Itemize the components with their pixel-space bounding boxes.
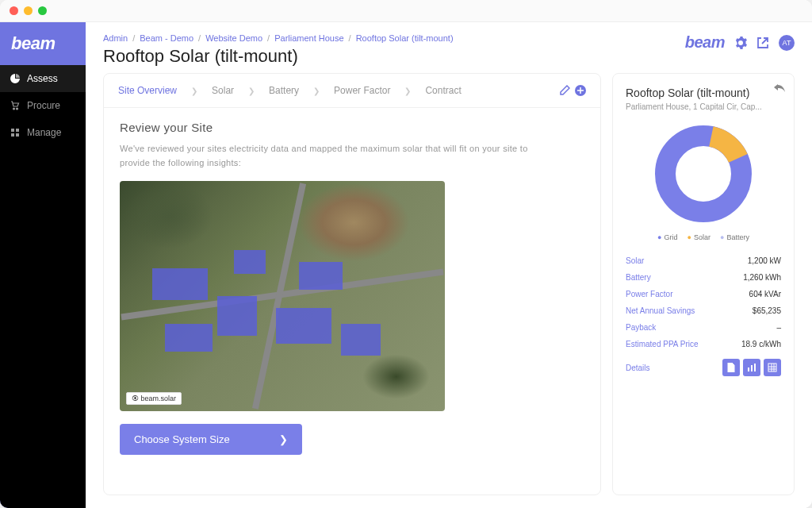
- svg-rect-9: [748, 368, 749, 371]
- stat-label: Payback: [626, 323, 656, 332]
- svg-point-1: [17, 108, 18, 110]
- section-description: We've reviewed your sites electricity da…: [120, 142, 548, 170]
- details-label: Details: [626, 364, 650, 372]
- stat-label: Solar: [626, 256, 644, 265]
- chevron-right-icon: ❯: [191, 87, 197, 95]
- tab-power-factor[interactable]: Power Factor: [334, 85, 390, 96]
- stat-value: 604 kVAr: [749, 290, 781, 298]
- legend-battery: Battery: [720, 233, 749, 241]
- tabs: Site Overview ❯ Solar ❯ Battery ❯ Power …: [104, 74, 600, 108]
- summary-card: Rooftop Solar (tilt-mount) Parliament Ho…: [612, 73, 795, 495]
- stat-value: –: [776, 323, 781, 332]
- sidebar: beam Assess Procure Manage: [0, 22, 86, 508]
- svg-rect-5: [16, 133, 19, 137]
- edit-icon[interactable]: [559, 85, 570, 96]
- stat-value: 1,200 kW: [748, 256, 781, 265]
- svg-rect-2: [11, 129, 14, 132]
- tab-contract[interactable]: Contract: [425, 85, 461, 96]
- breadcrumb-item[interactable]: Parliament House: [274, 33, 343, 43]
- stat-value: $65,235: [753, 306, 781, 315]
- breadcrumb: Admin/ Beam - Demo/ Website Demo/ Parlia…: [103, 33, 454, 43]
- breadcrumb-item[interactable]: Admin: [103, 33, 128, 43]
- stat-label: Power Factor: [626, 290, 672, 298]
- breadcrumb-item[interactable]: Beam - Demo: [140, 33, 193, 43]
- stat-label: Battery: [626, 273, 651, 282]
- svg-rect-10: [751, 365, 753, 371]
- svg-rect-4: [11, 133, 14, 137]
- breadcrumb-item[interactable]: Rooftop Solar (tilt-mount): [356, 33, 454, 43]
- add-icon[interactable]: [575, 85, 586, 96]
- brand-logo: beam: [685, 33, 725, 52]
- legend-grid: Grid: [657, 233, 677, 241]
- reply-icon[interactable]: [773, 82, 786, 94]
- external-link-icon[interactable]: [756, 37, 769, 49]
- energy-donut-chart: [626, 122, 781, 225]
- app-logo: beam: [0, 22, 86, 65]
- stat-label: Net Annual Savings: [626, 306, 695, 315]
- table-button[interactable]: [764, 359, 781, 376]
- page-title: Rooftop Solar (tilt-mount): [103, 46, 454, 67]
- svg-point-0: [13, 108, 15, 110]
- cart-icon: [10, 100, 21, 111]
- sidebar-item-procure[interactable]: Procure: [0, 92, 86, 119]
- tab-solar[interactable]: Solar: [212, 85, 234, 96]
- chevron-right-icon: ❯: [248, 87, 255, 95]
- chevron-right-icon: ❯: [404, 87, 411, 95]
- bar-chart-button[interactable]: [743, 359, 760, 376]
- svg-rect-12: [768, 364, 776, 371]
- summary-title: Rooftop Solar (tilt-mount): [626, 87, 781, 99]
- pie-icon: [10, 73, 21, 84]
- sidebar-item-manage[interactable]: Manage: [0, 119, 86, 146]
- sidebar-item-label: Manage: [27, 127, 61, 138]
- sidebar-item-assess[interactable]: Assess: [0, 65, 86, 92]
- sidebar-item-label: Assess: [27, 73, 58, 84]
- map-attribution: ⦿ beam.solar: [126, 392, 182, 405]
- legend-solar: Solar: [688, 233, 710, 241]
- minimize-window-dot[interactable]: [24, 6, 33, 15]
- avatar[interactable]: AT: [779, 35, 795, 51]
- stat-label: Estimated PPA Price: [626, 340, 699, 348]
- grid-icon: [10, 127, 21, 138]
- summary-subtitle: Parliament House, 1 Capital Cir, Cap...: [626, 102, 781, 111]
- site-aerial-map[interactable]: ⦿ beam.solar: [120, 181, 445, 411]
- stats-list: Solar1,200 kW Battery1,260 kWh Power Fac…: [626, 252, 781, 352]
- tab-battery[interactable]: Battery: [269, 85, 299, 96]
- cta-label: Choose System Size: [134, 433, 230, 445]
- stat-value: 18.9 c/kWh: [741, 340, 781, 348]
- breadcrumb-item[interactable]: Website Demo: [205, 33, 262, 43]
- window-titlebar: [0, 0, 812, 22]
- tab-site-overview[interactable]: Site Overview: [118, 85, 177, 96]
- chevron-right-icon: ❯: [279, 433, 288, 445]
- choose-system-size-button[interactable]: Choose System Size ❯: [120, 424, 302, 455]
- chart-legend: Grid Solar Battery: [626, 233, 781, 241]
- stat-value: 1,260 kWh: [743, 273, 781, 282]
- section-title: Review your Site: [120, 121, 584, 134]
- gear-icon[interactable]: [734, 37, 747, 49]
- svg-rect-3: [16, 129, 19, 132]
- svg-rect-11: [754, 364, 756, 371]
- maximize-window-dot[interactable]: [38, 6, 47, 15]
- sidebar-item-label: Procure: [27, 100, 60, 111]
- main-card: Site Overview ❯ Solar ❯ Battery ❯ Power …: [103, 73, 601, 495]
- chevron-right-icon: ❯: [313, 87, 320, 95]
- export-file-button[interactable]: [722, 359, 740, 376]
- close-window-dot[interactable]: [10, 6, 18, 15]
